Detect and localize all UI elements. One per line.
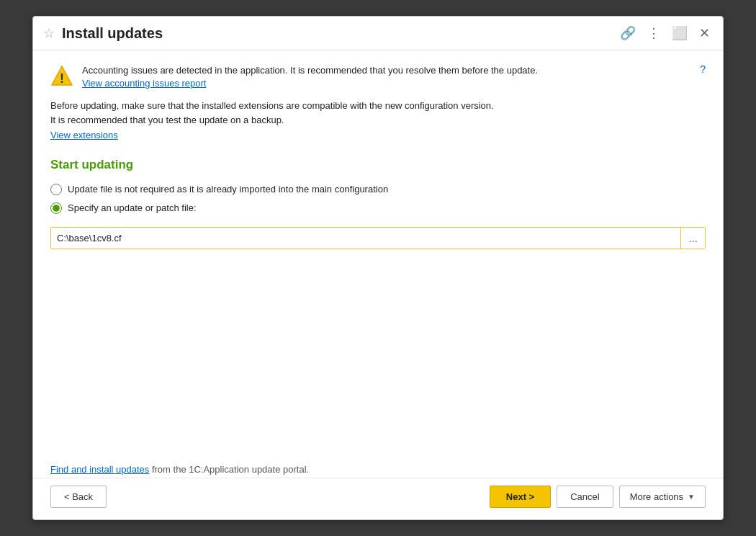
- link-icon[interactable]: 🔗: [617, 24, 639, 43]
- file-input-row: ...: [50, 227, 706, 249]
- find-install-updates-link[interactable]: Find and install updates: [50, 464, 149, 475]
- footer-top: Find and install updates from the 1C:App…: [33, 457, 723, 478]
- svg-text:!: !: [60, 71, 64, 86]
- info-block: Before updating, make sure that the inst…: [50, 99, 706, 143]
- more-actions-label: More actions: [630, 491, 683, 502]
- view-accounting-issues-link[interactable]: View accounting issues report: [82, 78, 206, 89]
- warning-text: Accounting issues are detected in the ap…: [82, 63, 538, 78]
- warning-icon: !: [50, 65, 73, 88]
- radio-label-option2: Specify an update or patch file:: [68, 202, 197, 213]
- radio-input-option2[interactable]: [50, 202, 62, 214]
- warning-top-row: Accounting issues are detected in the ap…: [82, 63, 706, 78]
- maximize-icon[interactable]: ⬜: [669, 24, 690, 43]
- section-title: Start updating: [50, 158, 706, 172]
- browse-button[interactable]: ...: [680, 228, 705, 249]
- next-button[interactable]: Next >: [490, 486, 551, 508]
- window-title: Install updates: [62, 25, 610, 42]
- footer-bottom: < Back Next > Cancel More actions ▼: [33, 478, 723, 519]
- title-bar-actions: 🔗 ⋮ ⬜ ✕: [617, 24, 713, 43]
- close-icon[interactable]: ✕: [696, 24, 713, 43]
- menu-icon[interactable]: ⋮: [644, 24, 663, 43]
- title-bar: ☆ Install updates 🔗 ⋮ ⬜ ✕: [33, 17, 723, 50]
- install-updates-window: ☆ Install updates 🔗 ⋮ ⬜ ✕ ! Accounting i…: [32, 16, 724, 520]
- chevron-down-icon: ▼: [688, 493, 695, 501]
- file-path-input[interactable]: [51, 228, 680, 248]
- info-line2: It is recommended that you test the upda…: [50, 115, 284, 125]
- content-area: ! Accounting issues are detected in the …: [33, 50, 723, 457]
- info-line1: Before updating, make sure that the inst…: [50, 100, 494, 111]
- footer-suffix: from the 1C:Application update portal.: [149, 464, 309, 475]
- warning-block: ! Accounting issues are detected in the …: [50, 63, 706, 89]
- star-icon[interactable]: ☆: [43, 25, 55, 41]
- more-actions-button[interactable]: More actions ▼: [619, 486, 706, 508]
- radio-option2[interactable]: Specify an update or patch file:: [50, 202, 706, 214]
- spacer: [50, 259, 706, 444]
- radio-input-option1[interactable]: [50, 184, 62, 195]
- view-extensions-link[interactable]: View extensions: [50, 128, 706, 143]
- cancel-button[interactable]: Cancel: [557, 486, 613, 508]
- radio-label-option1: Update file is not required as it is alr…: [68, 184, 388, 195]
- help-icon[interactable]: ?: [700, 63, 706, 75]
- back-button[interactable]: < Back: [50, 486, 107, 508]
- radio-group: Update file is not required as it is alr…: [50, 184, 706, 214]
- warning-text-col: Accounting issues are detected in the ap…: [82, 63, 706, 89]
- radio-option1[interactable]: Update file is not required as it is alr…: [50, 184, 706, 195]
